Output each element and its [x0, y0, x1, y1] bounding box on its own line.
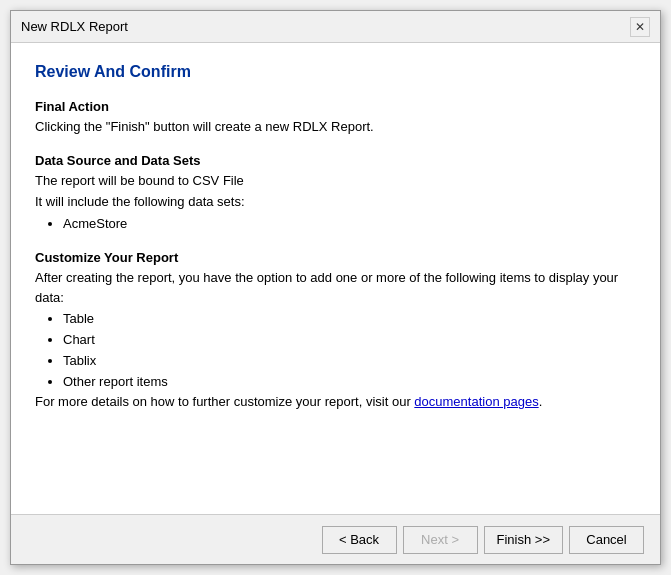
list-item: AcmeStore [63, 214, 636, 235]
list-item: Tablix [63, 351, 636, 372]
dialog-window: New RDLX Report ✕ Review And Confirm Fin… [10, 10, 661, 565]
footer-end: . [539, 394, 543, 409]
next-button[interactable]: Next > [403, 526, 478, 554]
back-button[interactable]: < Back [322, 526, 397, 554]
cancel-button[interactable]: Cancel [569, 526, 644, 554]
documentation-link[interactable]: documentation pages [414, 394, 538, 409]
dialog-body: Review And Confirm Final Action Clicking… [11, 43, 660, 514]
customize-list: Table Chart Tablix Other report items [63, 309, 636, 392]
list-item: Other report items [63, 372, 636, 393]
page-title: Review And Confirm [35, 63, 636, 81]
close-button[interactable]: ✕ [630, 17, 650, 37]
customize-heading: Customize Your Report [35, 250, 636, 265]
list-item: Chart [63, 330, 636, 351]
dialog-footer: < Back Next > Finish >> Cancel [11, 514, 660, 564]
final-action-section: Final Action Clicking the "Finish" butto… [35, 99, 636, 137]
footer-text: For more details on how to further custo… [35, 394, 414, 409]
data-source-line1: The report will be bound to CSV File [35, 171, 636, 191]
data-source-heading: Data Source and Data Sets [35, 153, 636, 168]
title-bar: New RDLX Report ✕ [11, 11, 660, 43]
data-source-section: Data Source and Data Sets The report wil… [35, 153, 636, 235]
finish-button[interactable]: Finish >> [484, 526, 563, 554]
customize-section: Customize Your Report After creating the… [35, 250, 636, 412]
data-source-list: AcmeStore [63, 214, 636, 235]
customize-footer: For more details on how to further custo… [35, 392, 636, 412]
list-item: Table [63, 309, 636, 330]
data-source-line2: It will include the following data sets: [35, 192, 636, 212]
final-action-heading: Final Action [35, 99, 636, 114]
final-action-text: Clicking the "Finish" button will create… [35, 117, 636, 137]
dialog-title: New RDLX Report [21, 19, 128, 34]
customize-intro: After creating the report, you have the … [35, 268, 636, 307]
